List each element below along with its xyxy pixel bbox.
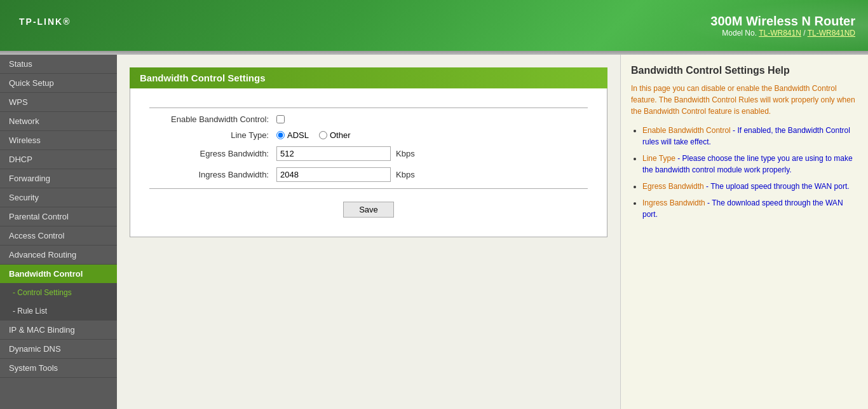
sidebar-item-network[interactable]: Network: [0, 112, 117, 131]
help-title: Bandwidth Control Settings Help: [631, 65, 858, 76]
help-desc-2: - The upload speed through the WAN port.: [706, 182, 849, 191]
egress-unit: Kbps: [396, 149, 415, 158]
enable-checkbox[interactable]: [276, 115, 285, 123]
other-radio[interactable]: [319, 131, 327, 139]
sidebar-item-ip-mac-binding[interactable]: IP & MAC Binding: [0, 321, 117, 340]
help-item-0: Enable Bandwidth Control - If enabled, t…: [642, 125, 858, 148]
help-item-3: Ingress Bandwidth - The download speed t…: [642, 197, 858, 220]
ingress-control: Kbps: [276, 167, 415, 182]
other-label: Other: [330, 130, 351, 140]
model-link2[interactable]: TL-WR841ND: [808, 29, 855, 38]
header: TP-LINK® 300M Wireless N Router Model No…: [0, 0, 868, 51]
sidebar-item-advanced-routing[interactable]: Advanced Routing: [0, 246, 117, 265]
sidebar-item-security[interactable]: Security: [0, 188, 117, 207]
egress-row: Egress Bandwidth: Kbps: [149, 146, 588, 161]
sidebar-item-wps[interactable]: WPS: [0, 93, 117, 112]
sidebar-item-control-settings[interactable]: - Control Settings: [0, 284, 117, 302]
top-divider: [149, 107, 588, 108]
adsl-label: ADSL: [287, 130, 309, 140]
enable-row: Enable Bandwidth Control:: [149, 114, 588, 124]
sidebar-item-quick-setup[interactable]: Quick Setup: [0, 74, 117, 93]
sidebar-item-access-control[interactable]: Access Control: [0, 226, 117, 246]
help-term-0: Enable Bandwidth Control: [642, 126, 731, 135]
help-list: Enable Bandwidth Control - If enabled, t…: [631, 125, 858, 220]
save-button[interactable]: Save: [343, 202, 394, 218]
ingress-row: Ingress Bandwidth: Kbps: [149, 167, 588, 182]
save-row: Save: [149, 202, 588, 218]
sidebar: Status Quick Setup WPS Network Wireless …: [0, 55, 117, 409]
main-content: Bandwidth Control Settings Enable Bandwi…: [117, 55, 620, 409]
bottom-divider: [149, 188, 588, 189]
sidebar-item-dhcp[interactable]: DHCP: [0, 150, 117, 169]
header-model: 300M Wireless N Router Model No. TL-WR84…: [710, 14, 855, 38]
model-number: Model No. TL-WR841N / TL-WR841ND: [710, 29, 855, 38]
egress-label: Egress Bandwidth:: [149, 149, 276, 158]
help-term-2: Egress Bandwidth: [642, 182, 704, 191]
help-term-1: Line Type: [642, 154, 675, 163]
sidebar-item-dynamic-dns[interactable]: Dynamic DNS: [0, 340, 117, 359]
ingress-input[interactable]: [276, 167, 391, 182]
help-item-1: Line Type - Please choose the line type …: [642, 153, 858, 176]
line-type-control: ADSL Other: [276, 130, 350, 140]
help-intro: In this page you can disable or enable t…: [631, 83, 858, 117]
adsl-radio-label[interactable]: ADSL: [276, 130, 309, 140]
line-type-row: Line Type: ADSL Other: [149, 130, 588, 140]
help-panel: Bandwidth Control Settings Help In this …: [620, 55, 868, 409]
ingress-unit: Kbps: [396, 170, 415, 179]
ingress-label: Ingress Bandwidth:: [149, 170, 276, 179]
sidebar-item-system-tools[interactable]: System Tools: [0, 359, 117, 378]
line-type-label: Line Type:: [149, 130, 276, 140]
sidebar-item-bandwidth-control[interactable]: Bandwidth Control: [0, 265, 117, 284]
sidebar-item-forwarding[interactable]: Forwarding: [0, 169, 117, 188]
egress-input[interactable]: [276, 146, 391, 161]
sidebar-item-wireless[interactable]: Wireless: [0, 131, 117, 150]
sidebar-item-parental-control[interactable]: Parental Control: [0, 207, 117, 226]
other-radio-label[interactable]: Other: [319, 130, 351, 140]
enable-control: [276, 115, 285, 123]
logo: TP-LINK®: [19, 14, 71, 38]
egress-control: Kbps: [276, 146, 415, 161]
section-body: Enable Bandwidth Control: Line Type: ADS…: [130, 88, 607, 237]
help-item-2: Egress Bandwidth - The upload speed thro…: [642, 181, 858, 192]
adsl-radio[interactable]: [276, 131, 285, 139]
sidebar-item-rule-list[interactable]: - Rule List: [0, 302, 117, 321]
section-title: Bandwidth Control Settings: [130, 67, 607, 88]
layout: Status Quick Setup WPS Network Wireless …: [0, 55, 868, 409]
product-name: 300M Wireless N Router: [710, 14, 855, 29]
trademark: ®: [63, 17, 71, 27]
sidebar-item-status[interactable]: Status: [0, 55, 117, 74]
model-link1[interactable]: TL-WR841N: [759, 29, 801, 38]
enable-label: Enable Bandwidth Control:: [149, 114, 276, 124]
help-term-3: Ingress Bandwidth: [642, 198, 705, 207]
